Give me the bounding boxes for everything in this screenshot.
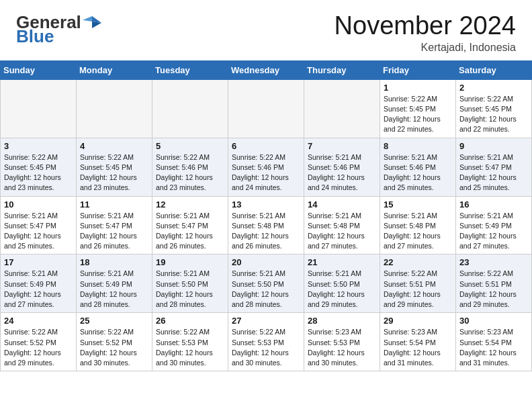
day-info: Sunrise: 5:21 AM Sunset: 5:47 PM Dayligh… bbox=[459, 152, 528, 193]
logo-bird-icon bbox=[83, 13, 101, 32]
day-info: Sunrise: 5:21 AM Sunset: 5:46 PM Dayligh… bbox=[384, 152, 452, 193]
day-number: 15 bbox=[384, 199, 452, 210]
day-number: 17 bbox=[4, 257, 73, 267]
calendar-cell: 20Sunrise: 5:21 AM Sunset: 5:50 PM Dayli… bbox=[228, 255, 304, 313]
day-info: Sunrise: 5:21 AM Sunset: 5:46 PM Dayligh… bbox=[308, 152, 376, 193]
day-info: Sunrise: 5:22 AM Sunset: 5:51 PM Dayligh… bbox=[384, 269, 452, 310]
calendar-cell: 1Sunrise: 5:22 AM Sunset: 5:45 PM Daylig… bbox=[380, 79, 456, 138]
day-number: 24 bbox=[4, 316, 73, 326]
day-number: 25 bbox=[80, 316, 148, 326]
day-info: Sunrise: 5:21 AM Sunset: 5:50 PM Dayligh… bbox=[232, 269, 300, 310]
logo: General Blue bbox=[16, 12, 103, 42]
day-number: 5 bbox=[156, 141, 224, 151]
day-info: Sunrise: 5:22 AM Sunset: 5:46 PM Dayligh… bbox=[156, 152, 224, 193]
day-info: Sunrise: 5:22 AM Sunset: 5:45 PM Dayligh… bbox=[80, 152, 148, 193]
calendar-cell: 5Sunrise: 5:22 AM Sunset: 5:46 PM Daylig… bbox=[152, 138, 228, 196]
logo-blue-text: Blue bbox=[16, 30, 54, 42]
weekday-header: Tuesday bbox=[152, 60, 228, 79]
day-number: 2 bbox=[459, 83, 528, 93]
day-info: Sunrise: 5:21 AM Sunset: 5:48 PM Dayligh… bbox=[384, 211, 452, 252]
day-info: Sunrise: 5:21 AM Sunset: 5:49 PM Dayligh… bbox=[459, 211, 528, 252]
calendar-cell: 14Sunrise: 5:21 AM Sunset: 5:48 PM Dayli… bbox=[304, 196, 380, 255]
calendar-cell: 9Sunrise: 5:21 AM Sunset: 5:47 PM Daylig… bbox=[456, 138, 532, 196]
day-info: Sunrise: 5:21 AM Sunset: 5:50 PM Dayligh… bbox=[156, 269, 224, 310]
day-number: 13 bbox=[232, 199, 300, 210]
weekday-header: Saturday bbox=[456, 60, 532, 79]
calendar-cell: 28Sunrise: 5:23 AM Sunset: 5:53 PM Dayli… bbox=[304, 313, 380, 371]
calendar-cell: 8Sunrise: 5:21 AM Sunset: 5:46 PM Daylig… bbox=[380, 138, 456, 196]
day-number: 9 bbox=[459, 141, 528, 151]
day-info: Sunrise: 5:21 AM Sunset: 5:48 PM Dayligh… bbox=[308, 211, 376, 252]
calendar-week-row: 17Sunrise: 5:21 AM Sunset: 5:49 PM Dayli… bbox=[1, 255, 532, 313]
day-info: Sunrise: 5:22 AM Sunset: 5:53 PM Dayligh… bbox=[156, 327, 224, 368]
day-number: 6 bbox=[232, 141, 300, 151]
day-number: 3 bbox=[4, 141, 73, 151]
calendar-cell: 25Sunrise: 5:22 AM Sunset: 5:52 PM Dayli… bbox=[77, 313, 152, 371]
day-number: 20 bbox=[232, 257, 300, 267]
day-info: Sunrise: 5:23 AM Sunset: 5:54 PM Dayligh… bbox=[459, 327, 528, 368]
calendar-cell bbox=[228, 79, 304, 138]
calendar-cell: 17Sunrise: 5:21 AM Sunset: 5:49 PM Dayli… bbox=[1, 255, 77, 313]
day-number: 29 bbox=[384, 316, 452, 326]
calendar-cell: 30Sunrise: 5:23 AM Sunset: 5:54 PM Dayli… bbox=[456, 313, 532, 371]
calendar-week-row: 3Sunrise: 5:22 AM Sunset: 5:45 PM Daylig… bbox=[1, 138, 532, 196]
calendar-cell: 26Sunrise: 5:22 AM Sunset: 5:53 PM Dayli… bbox=[152, 313, 228, 371]
day-number: 18 bbox=[80, 257, 148, 267]
day-info: Sunrise: 5:21 AM Sunset: 5:48 PM Dayligh… bbox=[232, 211, 300, 252]
calendar-cell: 16Sunrise: 5:21 AM Sunset: 5:49 PM Dayli… bbox=[456, 196, 532, 255]
calendar-week-row: 1Sunrise: 5:22 AM Sunset: 5:45 PM Daylig… bbox=[1, 79, 532, 138]
day-number: 30 bbox=[459, 316, 528, 326]
day-number: 8 bbox=[384, 141, 452, 151]
month-title: November 2024 bbox=[335, 12, 516, 40]
day-info: Sunrise: 5:22 AM Sunset: 5:45 PM Dayligh… bbox=[384, 94, 452, 135]
calendar-cell: 24Sunrise: 5:22 AM Sunset: 5:52 PM Dayli… bbox=[1, 313, 77, 371]
day-number: 21 bbox=[308, 257, 376, 267]
calendar-cell bbox=[1, 79, 77, 138]
svg-marker-1 bbox=[83, 16, 92, 21]
calendar-cell bbox=[77, 79, 152, 138]
calendar-table: SundayMondayTuesdayWednesdayThursdayFrid… bbox=[0, 60, 532, 371]
calendar-cell: 27Sunrise: 5:22 AM Sunset: 5:53 PM Dayli… bbox=[228, 313, 304, 371]
day-number: 14 bbox=[308, 199, 376, 210]
day-info: Sunrise: 5:21 AM Sunset: 5:47 PM Dayligh… bbox=[4, 211, 73, 252]
weekday-header: Sunday bbox=[1, 60, 77, 79]
day-number: 7 bbox=[308, 141, 376, 151]
calendar-cell bbox=[304, 79, 380, 138]
calendar-cell: 7Sunrise: 5:21 AM Sunset: 5:46 PM Daylig… bbox=[304, 138, 380, 196]
weekday-header-row: SundayMondayTuesdayWednesdayThursdayFrid… bbox=[1, 60, 532, 79]
day-number: 4 bbox=[80, 141, 148, 151]
calendar-cell: 22Sunrise: 5:22 AM Sunset: 5:51 PM Dayli… bbox=[380, 255, 456, 313]
title-block: November 2024 Kertajadi, Indonesia bbox=[335, 12, 516, 54]
day-number: 28 bbox=[308, 316, 376, 326]
day-number: 19 bbox=[156, 257, 224, 267]
weekday-header: Friday bbox=[380, 60, 456, 79]
weekday-header: Thursday bbox=[304, 60, 380, 79]
calendar-cell: 3Sunrise: 5:22 AM Sunset: 5:45 PM Daylig… bbox=[1, 138, 77, 196]
day-info: Sunrise: 5:22 AM Sunset: 5:45 PM Dayligh… bbox=[4, 152, 73, 193]
day-number: 12 bbox=[156, 199, 224, 210]
day-number: 16 bbox=[459, 199, 528, 210]
day-number: 22 bbox=[384, 257, 452, 267]
weekday-header: Monday bbox=[77, 60, 152, 79]
day-info: Sunrise: 5:21 AM Sunset: 5:50 PM Dayligh… bbox=[308, 269, 376, 310]
calendar-cell: 13Sunrise: 5:21 AM Sunset: 5:48 PM Dayli… bbox=[228, 196, 304, 255]
day-info: Sunrise: 5:22 AM Sunset: 5:46 PM Dayligh… bbox=[232, 152, 300, 193]
day-number: 26 bbox=[156, 316, 224, 326]
location-text: Kertajadi, Indonesia bbox=[335, 42, 516, 54]
day-info: Sunrise: 5:21 AM Sunset: 5:47 PM Dayligh… bbox=[156, 211, 224, 252]
calendar-cell: 12Sunrise: 5:21 AM Sunset: 5:47 PM Dayli… bbox=[152, 196, 228, 255]
day-info: Sunrise: 5:22 AM Sunset: 5:45 PM Dayligh… bbox=[459, 94, 528, 135]
calendar-cell: 23Sunrise: 5:22 AM Sunset: 5:51 PM Dayli… bbox=[456, 255, 532, 313]
weekday-header: Wednesday bbox=[228, 60, 304, 79]
calendar-week-row: 10Sunrise: 5:21 AM Sunset: 5:47 PM Dayli… bbox=[1, 196, 532, 255]
page-header: General Blue November 2024 Kertajadi, In… bbox=[0, 0, 532, 60]
calendar-cell: 6Sunrise: 5:22 AM Sunset: 5:46 PM Daylig… bbox=[228, 138, 304, 196]
day-info: Sunrise: 5:22 AM Sunset: 5:53 PM Dayligh… bbox=[232, 327, 300, 368]
calendar-cell: 2Sunrise: 5:22 AM Sunset: 5:45 PM Daylig… bbox=[456, 79, 532, 138]
day-info: Sunrise: 5:22 AM Sunset: 5:52 PM Dayligh… bbox=[80, 327, 148, 368]
calendar-cell: 21Sunrise: 5:21 AM Sunset: 5:50 PM Dayli… bbox=[304, 255, 380, 313]
day-number: 23 bbox=[459, 257, 528, 267]
day-info: Sunrise: 5:22 AM Sunset: 5:52 PM Dayligh… bbox=[4, 327, 73, 368]
calendar-cell: 19Sunrise: 5:21 AM Sunset: 5:50 PM Dayli… bbox=[152, 255, 228, 313]
calendar-week-row: 24Sunrise: 5:22 AM Sunset: 5:52 PM Dayli… bbox=[1, 313, 532, 371]
